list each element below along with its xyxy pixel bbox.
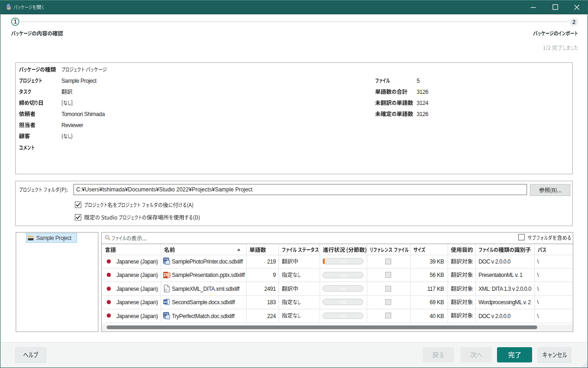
svg-text:5%: 5% bbox=[339, 259, 346, 264]
svg-text:0%: 0% bbox=[339, 313, 346, 318]
svg-text:0%: 0% bbox=[339, 300, 346, 305]
svg-text:P: P bbox=[164, 272, 167, 277]
svg-text:0%: 0% bbox=[339, 286, 346, 291]
svg-text:0%: 0% bbox=[339, 272, 346, 277]
